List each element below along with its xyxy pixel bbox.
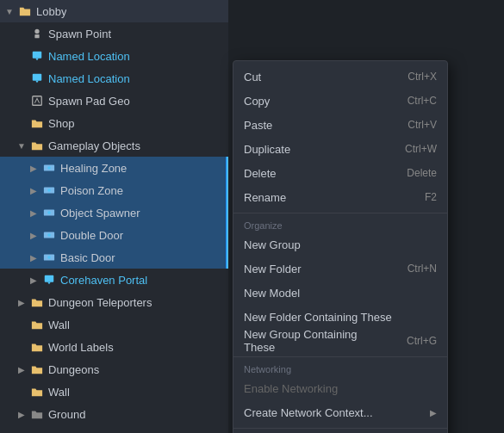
tree-item-named-location-2[interactable]: Named Location [0, 67, 228, 90]
tree-label-dungeon-teleporters: Dungeon Teleporters [48, 296, 152, 309]
menu-label-create-network-context: Create Network Context... [244, 406, 413, 419]
folder-icon-gameplay [30, 139, 44, 152]
tree-item-named-location-1[interactable]: Named Location [0, 45, 228, 67]
tree-label-poison-zone: Poison Zone [60, 184, 123, 197]
arrow-spg [16, 95, 28, 107]
separator-2 [233, 356, 447, 357]
menu-label-paste: Paste [244, 119, 390, 132]
tree-label-gameplay-objects: Gameplay Objects [48, 139, 140, 152]
arrow-dungeons[interactable] [16, 363, 28, 375]
separator-1 [233, 213, 447, 213]
menu-item-new-group[interactable]: New Group [233, 232, 447, 257]
tree-item-corehaven-portal[interactable]: Corehaven Portal [0, 269, 228, 291]
arrow-spawn-point [16, 28, 28, 40]
svg-rect-17 [45, 275, 54, 282]
tree-label-spawn-point: Spawn Point [48, 28, 111, 40]
svg-marker-3 [35, 59, 39, 61]
menu-label-copy: Copy [244, 95, 390, 108]
menu-label-cut: Cut [244, 71, 390, 84]
arrow-basic-door[interactable] [28, 251, 40, 263]
arrow-double-door[interactable] [28, 229, 40, 241]
tree-item-poison-zone[interactable]: Poison Zone [0, 179, 228, 201]
menu-item-rename[interactable]: Rename F2 [233, 185, 447, 209]
svg-marker-18 [47, 282, 51, 285]
tree-label-lobby: Lobby [36, 5, 66, 18]
menu-item-copy[interactable]: Copy Ctrl+C [233, 89, 447, 113]
folder-icon-world-labels [30, 340, 44, 354]
tree-item-shop[interactable]: Shop [0, 112, 228, 134]
menu-item-cut[interactable]: Cut Ctrl+X [233, 65, 447, 89]
separator-3 [233, 428, 447, 429]
menu-label-duplicate: Duplicate [244, 143, 388, 156]
tree-item-wall-2[interactable]: Wall [0, 380, 228, 403]
object-icon-double-door [42, 228, 56, 242]
menu-shortcut-rename: F2 [425, 191, 437, 203]
tree-item-double-door[interactable]: Double Door [0, 224, 228, 246]
arrow-world-labels [16, 341, 28, 353]
tree-item-lobby[interactable]: Lobby [0, 0, 228, 22]
menu-shortcut-duplicate: Ctrl+W [405, 143, 437, 155]
arrow-lobby[interactable] [3, 5, 16, 17]
menu-label-new-model: New Model [244, 287, 420, 300]
svg-point-0 [34, 29, 39, 34]
menu-label-rename: Rename [244, 191, 408, 204]
menu-label-new-folder-containing: New Folder Containing These [244, 311, 420, 324]
menu-shortcut-new-group-containing: Ctrl+G [407, 335, 437, 347]
tree-item-gameplay-objects[interactable]: Gameplay Objects [0, 134, 228, 157]
tree-label-basic-door: Basic Door [60, 251, 115, 264]
tree-item-ground[interactable]: Ground [0, 403, 228, 425]
tree-item-object-spawner[interactable]: Object Spawner [0, 201, 228, 224]
menu-item-new-folder[interactable]: New Folder Ctrl+N [233, 257, 447, 281]
menu-item-new-model[interactable]: New Model [233, 281, 447, 305]
tree-label-spawn-pad-geo: Spawn Pad Geo [48, 95, 130, 108]
menu-item-paste[interactable]: Paste Ctrl+V [233, 113, 447, 137]
svg-point-8 [47, 166, 51, 170]
arrow-object-spawner[interactable] [28, 207, 40, 219]
tree-item-basic-door[interactable]: Basic Door [0, 246, 228, 269]
arrow-poison[interactable] [28, 184, 40, 196]
tree-item-wall-1[interactable]: Wall [0, 313, 228, 336]
tree-item-healing-zone[interactable]: Healing Zone [0, 157, 228, 179]
svg-point-14 [47, 233, 51, 237]
location-icon-corehaven [42, 273, 56, 287]
svg-point-12 [47, 211, 51, 214]
tree-item-spawn-point[interactable]: Spawn Point [0, 22, 228, 45]
object-icon-poison [42, 183, 56, 197]
geo-icon [30, 94, 44, 108]
tree-label-dungeons: Dungeons [48, 363, 99, 376]
location-icon-1 [30, 49, 44, 63]
menu-label-delete: Delete [244, 167, 389, 180]
tree-label-ground: Ground [48, 408, 85, 421]
arrow-gameplay[interactable] [16, 139, 28, 152]
menu-item-create-network-context[interactable]: Create Network Context... [233, 400, 447, 424]
menu-item-duplicate[interactable]: Duplicate Ctrl+W [233, 137, 447, 161]
tree-label-corehaven-portal: Corehaven Portal [60, 274, 147, 287]
object-icon-healing [42, 161, 56, 175]
folder-icon-shop [30, 116, 44, 130]
menu-shortcut-copy: Ctrl+C [408, 95, 437, 107]
tree-label-named-location-1: Named Location [48, 50, 130, 63]
tree-label-healing-zone: Healing Zone [60, 162, 127, 175]
tree-item-world-labels[interactable]: World Labels [0, 336, 228, 358]
tree-label-named-location-2: Named Location [48, 72, 130, 85]
menu-label-enable-networking: Enable Networking [244, 382, 420, 395]
folder-icon-wall-2 [30, 385, 44, 399]
arrow-dungeon[interactable] [16, 296, 28, 308]
menu-label-new-group: New Group [244, 238, 420, 251]
arrow-ground[interactable] [16, 408, 28, 420]
tree-panel: Lobby Spawn Point Named Location Named L… [0, 0, 228, 433]
svg-rect-2 [33, 52, 42, 59]
svg-point-10 [47, 189, 51, 192]
object-icon-basic-door [42, 251, 56, 264]
menu-item-delete[interactable]: Delete Delete [233, 161, 447, 185]
arrow-healing[interactable] [28, 162, 40, 174]
menu-label-new-folder: New Folder [244, 263, 390, 275]
tree-item-spawn-pad-geo[interactable]: Spawn Pad Geo [0, 90, 228, 112]
folder-icon-wall-1 [30, 318, 44, 331]
menu-item-new-folder-containing[interactable]: New Folder Containing These [233, 305, 447, 329]
object-icon-spawner [42, 206, 56, 220]
arrow-corehaven[interactable] [28, 274, 40, 286]
tree-item-dungeons[interactable]: Dungeons [0, 358, 228, 380]
tree-item-dungeon-teleporters[interactable]: Dungeon Teleporters [0, 291, 228, 313]
menu-item-new-group-containing[interactable]: New Group Containing These Ctrl+G [233, 329, 447, 353]
